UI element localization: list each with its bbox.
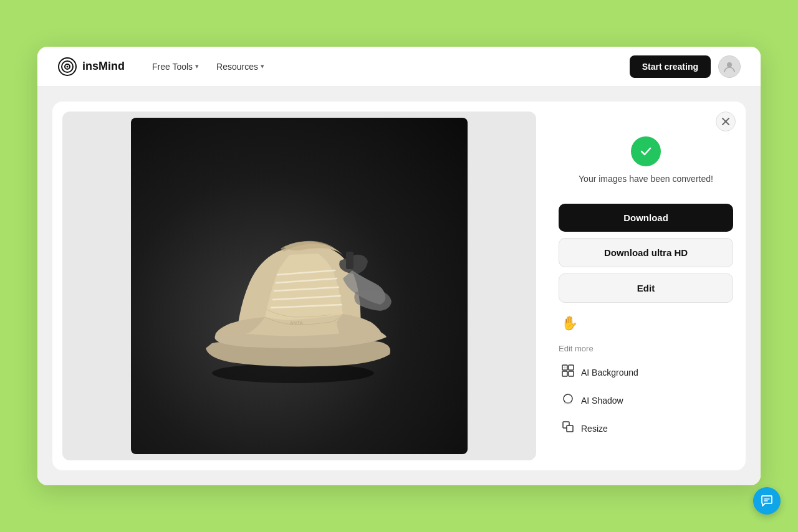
- nav-links: Free Tools ▾ Resources ▾: [145, 57, 630, 77]
- content-card: ANTA Your: [52, 102, 746, 470]
- main-area: ANTA Your: [37, 87, 761, 485]
- svg-rect-11: [346, 252, 353, 269]
- free-tools-nav[interactable]: Free Tools ▾: [145, 57, 206, 77]
- browser-window: insMind Free Tools ▾ Resources ▾ Start c…: [37, 47, 761, 485]
- navbar: insMind Free Tools ▾ Resources ▾ Start c…: [37, 47, 761, 87]
- action-buttons: Download Download ultra HD Edit: [559, 204, 733, 303]
- svg-rect-16: [569, 365, 574, 370]
- resize-label: Resize: [581, 424, 608, 434]
- edit-more-label: Edit more: [559, 344, 733, 353]
- resize-icon: [561, 420, 575, 436]
- svg-point-22: [564, 402, 572, 404]
- svg-rect-18: [569, 371, 574, 376]
- download-hd-button[interactable]: Download ultra HD: [559, 238, 733, 267]
- close-icon: [722, 118, 729, 125]
- ai-background-icon: [561, 364, 575, 380]
- success-message: Your images have been converted!: [579, 174, 713, 184]
- shoe-illustration: ANTA: [168, 180, 430, 392]
- avatar[interactable]: [718, 55, 741, 78]
- ai-background-item[interactable]: AI Background: [559, 359, 733, 385]
- free-tools-chevron-icon: ▾: [195, 62, 199, 70]
- avatar-icon: [723, 60, 736, 74]
- resize-item[interactable]: Resize: [559, 416, 733, 441]
- edit-button[interactable]: Edit: [559, 273, 733, 303]
- logo-text: insMind: [82, 60, 125, 73]
- resources-nav[interactable]: Resources ▾: [209, 57, 272, 77]
- svg-rect-17: [562, 371, 567, 376]
- download-button[interactable]: Download: [559, 204, 733, 232]
- close-button[interactable]: [716, 112, 736, 131]
- ai-background-label: AI Background: [581, 368, 638, 378]
- shoe-background: ANTA: [131, 118, 468, 454]
- right-panel: Your images have been converted! Downloa…: [546, 102, 746, 470]
- chat-button[interactable]: [753, 487, 781, 515]
- svg-rect-24: [567, 425, 573, 432]
- nav-right: Start creating: [630, 55, 741, 78]
- start-creating-button[interactable]: Start creating: [630, 55, 711, 78]
- image-panel: ANTA: [62, 112, 536, 460]
- svg-point-4: [727, 62, 732, 67]
- ai-shadow-icon: [561, 392, 575, 408]
- success-checkmark-icon: [631, 136, 661, 166]
- success-section: Your images have been converted!: [579, 136, 713, 184]
- drag-handle-icon: ✋: [561, 315, 578, 331]
- logo-icon: [57, 57, 77, 77]
- svg-text:ANTA: ANTA: [290, 320, 303, 326]
- resources-chevron-icon: ▾: [261, 62, 264, 70]
- svg-point-3: [67, 65, 69, 67]
- edit-more-section: Edit more: [559, 344, 733, 441]
- ai-shadow-label: AI Shadow: [581, 396, 623, 406]
- chat-icon: [760, 494, 774, 508]
- ai-shadow-item[interactable]: AI Shadow: [559, 387, 733, 413]
- logo: insMind: [57, 57, 125, 77]
